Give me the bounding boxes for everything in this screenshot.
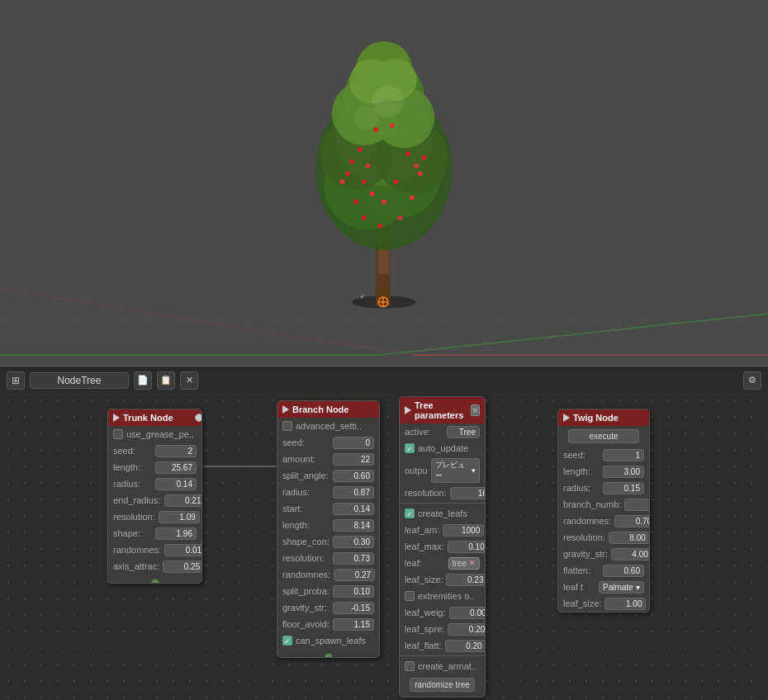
toolbar-close-btn[interactable]: ✕	[180, 371, 198, 390]
twig-resolution-value[interactable]: 8.00	[609, 532, 650, 544]
svg-point-32	[353, 199, 358, 204]
trunk-radius-value[interactable]: 0.14	[155, 478, 197, 490]
branch-gravity-str-value[interactable]: -0.15	[333, 602, 374, 614]
branch-length-label: length:	[282, 520, 329, 530]
trunk-shape-row: shape: 1.96	[108, 525, 201, 542]
branch-randomnes-value[interactable]: 0.27	[334, 569, 375, 581]
branch-resolution-value[interactable]: 0.73	[333, 552, 374, 565]
tree-leaf-spre-value[interactable]: 0.20	[448, 623, 486, 636]
trunk-bottom-connector	[151, 579, 159, 584]
trunk-end-radius-value[interactable]: 0.21	[164, 494, 203, 507]
svg-point-36	[422, 155, 427, 160]
toolbar-copy-btn[interactable]: 📋	[157, 371, 175, 390]
randomize-tree-btn[interactable]: randomize tree	[410, 678, 475, 692]
twig-execute-btn[interactable]: execute	[568, 429, 639, 443]
branch-randomnes-row: randomnes: 0.27	[277, 566, 379, 583]
tree-leaf-spre-label: leaf_spre:	[405, 624, 444, 634]
toolbar-settings-btn[interactable]: ⚙	[743, 371, 761, 390]
trunk-radius-row: radius: 0.14	[108, 475, 201, 492]
trunk-length-value[interactable]: 25.67	[155, 461, 197, 474]
svg-point-27	[370, 191, 375, 196]
twig-flatten-value[interactable]: 0.60	[603, 565, 644, 577]
twig-leaf-type-value: Palmate	[603, 583, 633, 592]
tree-leaf-size-label: leaf_size:	[405, 575, 443, 584]
twig-node-collapse[interactable]	[563, 414, 570, 422]
twig-leaf-type-dropdown[interactable]: Palmate ▾	[599, 581, 644, 594]
twig-leaf-size-value[interactable]: 1.00	[604, 598, 646, 610]
branch-shape-con-value[interactable]: 0.30	[333, 536, 374, 548]
branch-split-proba-value[interactable]: 0.10	[333, 585, 374, 598]
twig-leaf-type-row: leaf t Palmate ▾	[558, 579, 649, 595]
branch-seed-value[interactable]: 0	[333, 437, 374, 449]
tree-output-dropdown[interactable]: プレビュー ▾	[431, 458, 480, 483]
tree-divider1	[400, 503, 485, 504]
tree-leaf-am-value[interactable]: 1000	[443, 524, 484, 537]
trunk-use-grease-checkbox[interactable]	[113, 429, 123, 439]
branch-can-spawn-checkbox[interactable]	[282, 636, 292, 646]
tree-create-leafs-label: create_leafs	[418, 508, 480, 518]
trunk-shape-value[interactable]: 1.96	[155, 527, 197, 540]
branch-split-angle-value[interactable]: 0.60	[333, 470, 374, 482]
trunk-randomnes-value[interactable]: 0.01	[164, 544, 202, 556]
trunk-seed-value[interactable]: 2	[155, 445, 197, 457]
tree-create-leafs-checkbox[interactable]	[405, 508, 415, 518]
branch-advanced-checkbox[interactable]	[282, 421, 292, 431]
trunk-node-header[interactable]: Trunk Node	[108, 409, 201, 426]
tree-active-value[interactable]: Tree	[447, 426, 480, 438]
branch-start-label: start:	[282, 504, 329, 513]
tree-leaf-label: leaf:	[405, 558, 445, 568]
toolbar-layout-icon[interactable]: ⊞	[7, 371, 25, 390]
tree-extremities-row: extremities o..	[400, 588, 485, 604]
toolbar-new-btn[interactable]: 📄	[134, 371, 152, 390]
branch-start-value[interactable]: 0.14	[333, 503, 374, 515]
tree-auto-update-checkbox[interactable]	[405, 443, 415, 453]
svg-point-29	[418, 171, 423, 176]
branch-resolution-label: resolution:	[282, 553, 329, 563]
tree-leaf-weig-value[interactable]: 0.00	[449, 607, 486, 619]
trunk-use-grease-label: use_grease_pe..	[126, 429, 197, 439]
branch-amount-label: amount:	[282, 454, 329, 464]
trunk-randomnes-row: randomnes: 0.01	[108, 542, 201, 558]
tree-params-close[interactable]: ✕	[471, 404, 480, 416]
tree-extremities-checkbox[interactable]	[405, 591, 415, 601]
twig-seed-value[interactable]: 1	[603, 449, 644, 461]
trunk-length-row: length: 25.67	[108, 459, 201, 475]
twig-gravity-str-value[interactable]: 4.00	[611, 548, 650, 560]
twig-node-header[interactable]: Twig Node	[558, 409, 649, 426]
tree-create-armat-row: create_armat..	[400, 658, 485, 674]
tree-output-row: outpu プレビュー ▾	[400, 456, 485, 485]
tree-params-header[interactable]: Tree parameters ✕	[400, 397, 485, 423]
node-tree-title[interactable]: NodeTree	[30, 372, 129, 389]
branch-radius-value[interactable]: 0.87	[333, 486, 374, 499]
svg-point-28	[362, 179, 367, 184]
branch-node-title: Branch Node	[292, 404, 348, 414]
tree-parameters-node: Tree parameters ✕ active: Tree auto_upda…	[399, 396, 486, 698]
svg-point-23	[366, 163, 371, 168]
twig-length-value[interactable]: 3.00	[603, 466, 644, 478]
tree-leaf-tag-remove[interactable]: ✕	[469, 559, 476, 567]
tree-leaf-flatt-value[interactable]: 0.20	[445, 640, 486, 652]
branch-amount-value[interactable]: 22	[333, 453, 374, 466]
twig-branch-numb-value[interactable]: 6	[624, 499, 650, 511]
branch-node-header[interactable]: Branch Node	[277, 401, 379, 418]
branch-node-collapse[interactable]	[282, 405, 289, 414]
twig-randomnes-value[interactable]: 0.70	[614, 515, 650, 527]
tree-leaf-max-value[interactable]: 0.10	[448, 541, 486, 553]
tree-create-armat-checkbox[interactable]	[405, 661, 415, 671]
branch-floor-avoid-value[interactable]: 1.15	[333, 618, 374, 631]
trunk-axis-attrac-value[interactable]: 0.25	[163, 560, 202, 573]
tree-params-collapse[interactable]	[405, 406, 411, 414]
twig-leaf-type-label: leaf t	[563, 582, 595, 592]
svg-point-40	[377, 223, 382, 228]
branch-length-value[interactable]: 8.14	[333, 519, 374, 532]
twig-radius-value[interactable]: 0.15	[603, 482, 644, 494]
svg-point-31	[382, 199, 386, 204]
tree-leaf-size-value[interactable]: 0.23	[446, 574, 486, 586]
tree-resolution-value[interactable]: 16	[450, 487, 486, 499]
tree-active-row: active: Tree	[400, 423, 485, 440]
trunk-resolution-value[interactable]: 1.09	[159, 511, 200, 523]
tree-output-label: outpu	[405, 466, 428, 475]
branch-split-proba-label: split_proba:	[282, 586, 329, 596]
trunk-node-collapse[interactable]	[113, 414, 120, 422]
svg-point-21	[358, 147, 363, 152]
